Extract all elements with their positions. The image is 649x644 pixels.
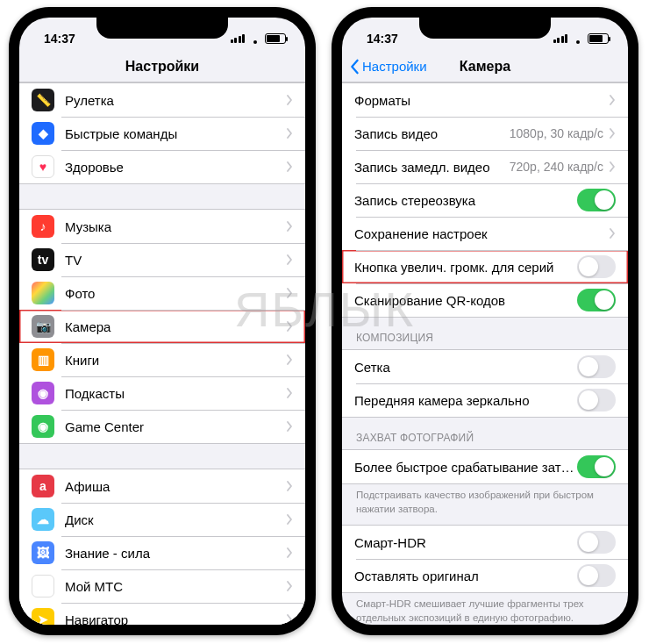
signal-icon (553, 34, 568, 43)
podcasts-icon: ◉ (32, 382, 54, 404)
settings-row-navigator[interactable]: ➤Навигатор (19, 603, 305, 625)
status-time: 14:37 (44, 32, 75, 46)
settings-row-music[interactable]: ♪Музыка (19, 210, 305, 243)
camera-settings-list[interactable]: ФорматыЗапись видео1080p, 30 кадр/сЗапис… (342, 82, 628, 625)
toggle-switch[interactable] (577, 455, 616, 478)
row-label: Более быстрое срабатывание затвора (354, 460, 577, 475)
chevron-right-icon (286, 388, 293, 398)
row-label: Сканирование QR-кодов (354, 293, 577, 308)
row-label: Запись стереозвука (354, 193, 577, 208)
section-footer: Подстраивать качество изображений при бы… (342, 484, 628, 525)
chevron-right-icon (286, 161, 293, 172)
back-label: Настройки (362, 59, 427, 74)
chevron-right-icon (609, 95, 616, 105)
gamecenter-icon: ◉ (32, 415, 54, 438)
wifi-icon (248, 33, 261, 44)
notch (419, 18, 551, 39)
camera-row[interactable]: Сетка (342, 350, 628, 383)
toggle-switch[interactable] (577, 355, 616, 378)
page-title: Настройки (125, 59, 199, 75)
settings-row-tv[interactable]: tvTV (19, 243, 305, 276)
phone-left: 14:37 Настройки 📏Рулетка◆Быстрые команды… (9, 7, 316, 635)
chevron-right-icon (286, 581, 293, 591)
settings-row-health[interactable]: ♥Здоровье (19, 150, 305, 183)
row-label: TV (65, 253, 286, 268)
row-label: Афиша (65, 479, 286, 494)
battery-icon (265, 33, 286, 44)
camera-row[interactable]: Запись замедл. видео720p, 240 кадр/с (342, 150, 628, 183)
settings-row-camera[interactable]: 📷Камера (19, 310, 305, 343)
shortcuts-icon: ◆ (32, 122, 54, 145)
row-label: Книги (65, 353, 286, 368)
row-label: Навигатор (65, 612, 286, 626)
camera-row[interactable]: Смарт-HDR (342, 526, 628, 559)
settings-row-shortcuts[interactable]: ◆Быстрые команды (19, 117, 305, 150)
toggle-switch[interactable] (577, 189, 616, 211)
chevron-right-icon (286, 321, 293, 332)
row-detail: 720p, 240 кадр/с (510, 160, 603, 174)
znanie-icon: 🖼 (32, 541, 54, 564)
camera-row[interactable]: Сохранение настроек (342, 217, 628, 250)
mts-icon: ● (32, 575, 54, 597)
music-icon: ♪ (32, 215, 54, 238)
row-label: Оставлять оригинал (354, 569, 577, 583)
camera-row[interactable]: Форматы (342, 83, 628, 117)
camera-row[interactable]: Кнопка увелич. громк. для серий (342, 250, 628, 283)
settings-row-ruler[interactable]: 📏Рулетка (19, 83, 305, 117)
settings-row-photos[interactable]: Фото (19, 276, 305, 310)
settings-row-gamecenter[interactable]: ◉Game Center (19, 410, 305, 443)
chevron-right-icon (286, 421, 293, 432)
row-label: Запись видео (354, 126, 510, 141)
health-icon: ♥ (32, 155, 54, 178)
wifi-icon (571, 33, 584, 44)
camera-row[interactable]: Запись видео1080p, 30 кадр/с (342, 117, 628, 150)
camera-row[interactable]: Более быстрое срабатывание затвора (342, 450, 628, 483)
chevron-right-icon (286, 254, 293, 265)
toggle-switch[interactable] (577, 531, 616, 554)
row-label: Диск (65, 512, 286, 527)
chevron-right-icon (286, 514, 293, 525)
photos-icon (32, 282, 54, 304)
settings-row-books[interactable]: ▥Книги (19, 343, 305, 376)
settings-row-afisha[interactable]: aАфиша (19, 469, 305, 503)
status-time: 14:37 (367, 32, 398, 46)
camera-row[interactable]: Сканирование QR-кодов (342, 283, 628, 317)
toggle-switch[interactable] (577, 564, 616, 587)
disk-icon: ☁ (32, 508, 54, 531)
afisha-icon: a (32, 475, 54, 497)
row-label: Музыка (65, 219, 286, 234)
settings-list[interactable]: 📏Рулетка◆Быстрые команды♥Здоровье♪Музыка… (19, 82, 305, 625)
camera-row[interactable]: Оставлять оригинал (342, 559, 628, 592)
chevron-right-icon (609, 128, 616, 139)
row-label: Здоровье (65, 160, 286, 175)
row-label: Game Center (65, 419, 286, 434)
row-label: Быстрые команды (65, 126, 286, 141)
phone-right: 14:37 Настройки Камера ФорматыЗапись вид… (332, 7, 638, 635)
row-label: Запись замедл. видео (354, 160, 510, 175)
page-title: Камера (460, 59, 510, 75)
books-icon: ▥ (32, 348, 54, 371)
toggle-switch[interactable] (577, 255, 616, 278)
settings-row-disk[interactable]: ☁Диск (19, 503, 305, 536)
section-header: ЗАХВАТ ФОТОГРАФИЙ (342, 418, 628, 449)
settings-row-mts[interactable]: ●Мой МТС (19, 569, 305, 603)
back-button[interactable]: Настройки (349, 51, 427, 82)
row-label: Передняя камера зеркально (354, 393, 577, 408)
chevron-right-icon (609, 228, 616, 239)
settings-row-znanie[interactable]: 🖼Знание - сила (19, 536, 305, 569)
row-label: Знание - сила (65, 546, 286, 561)
settings-row-podcasts[interactable]: ◉Подкасты (19, 376, 305, 410)
toggle-switch[interactable] (577, 289, 616, 311)
camera-row[interactable]: Запись стереозвука (342, 183, 628, 217)
chevron-right-icon (286, 95, 293, 105)
toggle-switch[interactable] (577, 389, 616, 411)
section-header: КОМПОЗИЦИЯ (342, 318, 628, 349)
chevron-right-icon (286, 547, 293, 558)
navbar-left: Настройки (19, 51, 305, 82)
camera-row[interactable]: Передняя камера зеркально (342, 383, 628, 417)
row-label: Форматы (354, 93, 609, 108)
row-label: Камера (65, 319, 286, 334)
row-label: Сохранение настроек (354, 226, 609, 241)
chevron-left-icon (349, 59, 360, 75)
row-label: Сетка (354, 360, 577, 375)
